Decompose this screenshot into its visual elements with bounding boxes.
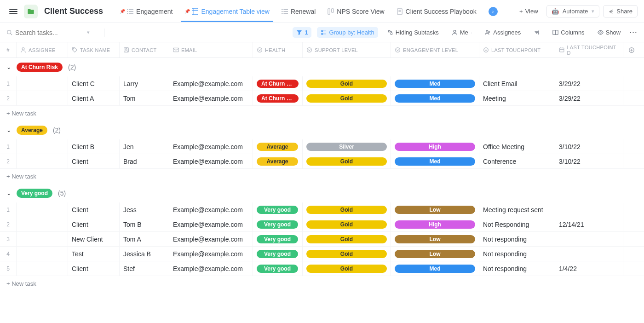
chevron-down-icon[interactable]: ▾ (87, 29, 90, 35)
tab-playbook[interactable]: Client Success Playbook (391, 1, 482, 22)
cell-email[interactable]: Example@example.com (169, 232, 253, 246)
cell-engage[interactable]: Med (391, 76, 479, 91)
table-row[interactable]: 5 Client Stef Example@example.com Very g… (0, 261, 644, 276)
menu-button[interactable] (6, 6, 20, 17)
cell-support[interactable]: Gold (303, 154, 391, 168)
show-chip[interactable]: Show (594, 27, 625, 38)
subtasks-chip[interactable]: Hiding Subtasks (384, 27, 443, 38)
cell-task[interactable]: Client C (68, 76, 120, 91)
col-touch[interactable]: LAST TOUCHPOINT (479, 42, 555, 58)
cell-task[interactable]: Client (68, 154, 120, 168)
filter-chip[interactable]: 1 (293, 27, 311, 38)
cell-touch[interactable]: Office Meeting (479, 139, 555, 154)
add-view-button[interactable]: + View (515, 6, 543, 17)
cell-assignee[interactable] (17, 247, 68, 261)
cell-touch[interactable]: Not Responding (479, 217, 555, 231)
cell-task[interactable]: Client (68, 202, 120, 217)
cell-email[interactable]: Example@example.com (169, 217, 253, 231)
cell-engage[interactable]: Med (391, 261, 479, 276)
cell-health[interactable]: At Churn Ri... (253, 91, 303, 105)
cell-email[interactable]: Example@example.com (169, 76, 253, 91)
cell-health[interactable]: Very good (253, 217, 303, 231)
cell-health[interactable]: Average (253, 139, 303, 154)
table-row[interactable]: 1 Client Jess Example@example.com Very g… (0, 202, 644, 217)
cell-touch[interactable]: Meeting request sent (479, 202, 555, 217)
cell-touch[interactable]: Meeting (479, 91, 555, 105)
cell-assignee[interactable] (17, 154, 68, 168)
cell-contact[interactable]: Tom (120, 91, 169, 105)
cell-date[interactable]: 3/29/22 (555, 91, 623, 105)
cell-support[interactable]: Gold (303, 76, 391, 91)
cell-support[interactable]: Gold (303, 232, 391, 246)
add-column-button[interactable] (623, 42, 640, 58)
cell-contact[interactable]: Jen (120, 139, 169, 154)
search-box[interactable]: ▾ (6, 29, 98, 36)
table-row[interactable]: 1 Client C Larry Example@example.com At … (0, 76, 644, 91)
columns-chip[interactable]: Columns (549, 27, 588, 38)
cell-support[interactable]: Gold (303, 261, 391, 276)
tab-renewal[interactable]: Renewal (276, 1, 321, 22)
cell-contact[interactable]: Tom B (120, 217, 169, 231)
table-row[interactable]: 2 Client Brad Example@example.com Averag… (0, 154, 644, 169)
cell-contact[interactable]: Stef (120, 261, 169, 276)
groupby-chip[interactable]: Group by: Health (317, 27, 378, 38)
cell-touch[interactable]: Not responding (479, 232, 555, 246)
tab-engagement[interactable]: 📌 Engagement (114, 1, 178, 22)
table-row[interactable]: 2 Client A Tom Example@example.com At Ch… (0, 91, 644, 106)
cell-contact[interactable]: Jessica B (120, 247, 169, 261)
cell-support[interactable]: Gold (303, 91, 391, 105)
table-row[interactable]: 1 Client B Jen Example@example.com Avera… (0, 139, 644, 154)
automate-button[interactable]: 🤖 Automate ▾ (546, 5, 600, 17)
col-assignee[interactable]: ASSIGNEE (17, 42, 68, 58)
col-num[interactable]: # (0, 42, 17, 58)
cell-assignee[interactable] (17, 232, 68, 246)
collapse-icon[interactable]: ⌄ (6, 190, 11, 196)
cell-health[interactable]: Average (253, 154, 303, 168)
cell-task[interactable]: New Client (68, 232, 120, 246)
cell-assignee[interactable] (17, 91, 68, 105)
col-support[interactable]: SUPPORT LEVEL (303, 42, 391, 58)
cell-support[interactable]: Silver (303, 139, 391, 154)
new-task-button[interactable]: + New task (0, 276, 644, 291)
cell-email[interactable]: Example@example.com (169, 139, 253, 154)
cell-touch[interactable]: Client Email (479, 76, 555, 91)
col-email[interactable]: EMAIL (169, 42, 253, 58)
cell-assignee[interactable] (17, 139, 68, 154)
tab-engagement-table[interactable]: 📌 Engagement Table view (179, 1, 275, 22)
cell-engage[interactable]: Low (391, 202, 479, 217)
cell-engage[interactable]: High (391, 217, 479, 231)
cell-touch[interactable]: Conference (479, 154, 555, 168)
cell-health[interactable]: Very good (253, 202, 303, 217)
me-chip[interactable]: Me · (448, 27, 476, 38)
cell-health[interactable]: At Churn Ri... (253, 76, 303, 91)
cell-task[interactable]: Client (68, 261, 120, 276)
collapse-icon[interactable]: ⌄ (6, 64, 11, 70)
cell-health[interactable]: Very good (253, 261, 303, 276)
cell-assignee[interactable] (17, 261, 68, 276)
more-button[interactable]: ··· (630, 29, 638, 36)
sort-chip[interactable] (530, 28, 543, 37)
cell-engage[interactable]: High (391, 139, 479, 154)
assignees-chip[interactable]: Assignees (481, 27, 524, 38)
col-task[interactable]: TASK NAME (68, 42, 120, 58)
cell-date[interactable]: 1/4/22 (555, 261, 623, 276)
collapse-icon[interactable]: ⌄ (6, 127, 11, 133)
cell-task[interactable]: Client B (68, 139, 120, 154)
search-input[interactable] (15, 29, 84, 36)
cell-assignee[interactable] (17, 202, 68, 217)
cell-engage[interactable]: Low (391, 232, 479, 246)
cell-health[interactable]: Very good (253, 232, 303, 246)
group-header[interactable]: ⌄ Very good (5) (0, 184, 644, 202)
cell-assignee[interactable] (17, 76, 68, 91)
cell-email[interactable]: Example@example.com (169, 154, 253, 168)
cell-contact[interactable]: Brad (120, 154, 169, 168)
tab-more[interactable]: › (483, 0, 503, 23)
cell-task[interactable]: Test (68, 247, 120, 261)
cell-email[interactable]: Example@example.com (169, 202, 253, 217)
cell-touch[interactable]: Not responding (479, 247, 555, 261)
cell-email[interactable]: Example@example.com (169, 247, 253, 261)
new-task-button[interactable]: + New task (0, 106, 644, 121)
cell-date[interactable] (555, 202, 623, 217)
cell-date[interactable]: 3/10/22 (555, 154, 623, 168)
cell-engage[interactable]: Med (391, 154, 479, 168)
